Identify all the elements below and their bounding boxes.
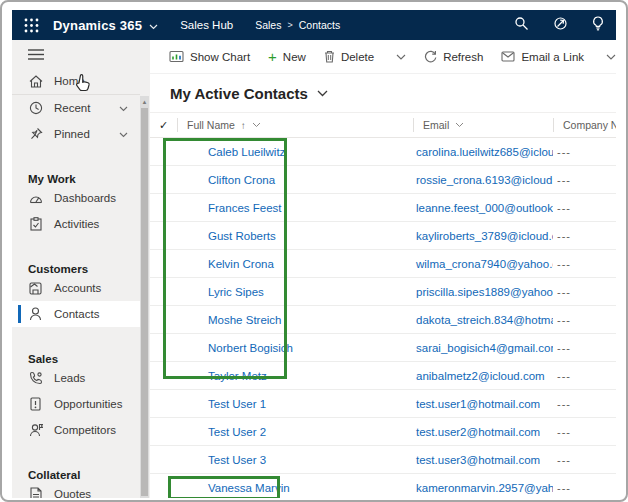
contact-name-link[interactable]: Test User 1 xyxy=(208,398,266,410)
sidebar-scrollbar[interactable]: ▲ xyxy=(140,96,149,498)
more-commands-chevron[interactable] xyxy=(597,44,616,70)
collapse-sitemap-button[interactable] xyxy=(12,40,150,68)
chevron-down-icon[interactable] xyxy=(119,102,128,114)
table-row[interactable]: Test User 2 test.user2@hotmail.com --- xyxy=(150,418,616,446)
contact-name-link[interactable]: Clifton Crona xyxy=(208,174,275,186)
table-row[interactable]: Kelvin Crona wilma_crona7940@yahoo.com -… xyxy=(150,250,616,278)
sidebar-item-leads[interactable]: Leads xyxy=(12,365,140,391)
table-row[interactable]: Frances Feest leanne.feest_000@outlook.c… xyxy=(150,194,616,222)
app-window: Dynamics 365 Sales Hub Sales > Contacts xyxy=(12,10,616,498)
new-button[interactable]: + New xyxy=(259,44,315,70)
contact-name-link[interactable]: Norbert Bogisich xyxy=(208,342,293,354)
scrollbar-up-arrow-icon[interactable]: ▲ xyxy=(140,97,149,107)
view-selector[interactable]: My Active Contacts xyxy=(150,74,616,112)
waffle-menu-icon[interactable] xyxy=(24,18,39,33)
contact-name-link[interactable]: Vanessa Marvin xyxy=(208,482,290,494)
home-icon xyxy=(28,74,43,89)
show-chart-button[interactable]: Show Chart xyxy=(160,44,259,70)
delete-more-chevron[interactable] xyxy=(387,44,415,70)
sidebar-item-pinned[interactable]: Pinned xyxy=(12,121,140,147)
contact-email-link[interactable]: wilma_crona7940@yahoo.com xyxy=(416,258,553,270)
chevron-down-icon xyxy=(317,90,328,97)
column-header-email[interactable]: Email xyxy=(413,118,553,132)
sidebar-item-competitors[interactable]: Competitors xyxy=(12,417,140,443)
main-content: Show Chart + New Delete Refresh xyxy=(150,40,616,498)
sidebar-item-quotes[interactable]: Quotes xyxy=(12,481,140,498)
contact-email-link[interactable]: sarai_bogisich4@gmail.com xyxy=(416,342,553,354)
contact-name-link[interactable]: Lyric Sipes xyxy=(208,286,264,298)
search-icon[interactable] xyxy=(514,16,529,35)
contact-name-link[interactable]: Caleb Lueilwitz xyxy=(208,146,285,158)
sidebar-item-accounts[interactable]: Accounts xyxy=(12,275,140,301)
sidebar-item-label: Accounts xyxy=(54,282,101,294)
table-row[interactable]: Lyric Sipes priscilla.sipes1889@yahoo.co… xyxy=(150,278,616,306)
contact-email-link[interactable]: kameronmarvin.2957@yahoo. xyxy=(416,482,553,494)
sidebar-item-contacts[interactable]: Contacts xyxy=(12,301,140,327)
sidebar-item-activities[interactable]: Activities xyxy=(12,211,140,237)
breadcrumb-page[interactable]: Contacts xyxy=(299,19,340,31)
contact-email-link[interactable]: kayliroberts_3789@icloud.com xyxy=(416,230,553,242)
contact-name-link[interactable]: Kelvin Crona xyxy=(208,258,274,270)
phone-icon xyxy=(28,371,43,386)
email-a-link-button[interactable]: Email a Link xyxy=(492,44,593,70)
sidebar-item-label: Quotes xyxy=(54,488,91,498)
company-name-cell: --- xyxy=(553,146,616,158)
scrollbar-thumb[interactable] xyxy=(141,108,148,496)
contact-email-link[interactable]: test.user2@hotmail.com xyxy=(416,426,540,438)
contact-name-link[interactable]: Gust Roberts xyxy=(208,230,276,242)
sidebar-section-customers: Customers xyxy=(12,251,150,275)
contact-email-link[interactable]: anibalmetz2@icloud.com xyxy=(416,370,545,382)
hub-name[interactable]: Sales Hub xyxy=(180,19,233,31)
contact-email-link[interactable]: rossie_crona.6193@icloud.con xyxy=(416,174,553,186)
company-name-cell: --- xyxy=(553,258,616,270)
table-row[interactable]: Clifton Crona rossie_crona.6193@icloud.c… xyxy=(150,166,616,194)
column-header-company-name[interactable]: Company Name xyxy=(553,118,616,132)
breadcrumb-area[interactable]: Sales xyxy=(255,19,281,31)
table-row[interactable]: Taylor Metz anibalmetz2@icloud.com --- xyxy=(150,362,616,390)
company-name-cell: --- xyxy=(553,314,616,326)
sidebar-section-collateral: Collateral xyxy=(12,457,150,481)
contact-email-link[interactable]: dakota_streich.834@hotmail.c xyxy=(416,314,553,326)
chart-icon xyxy=(169,50,184,63)
column-header-full-name[interactable]: Full Name ↑ xyxy=(178,119,413,131)
refresh-icon xyxy=(424,50,437,63)
company-name-cell: --- xyxy=(553,454,616,466)
contact-email-link[interactable]: priscilla.sipes1889@yahoo.cor xyxy=(416,286,553,298)
contact-name-link[interactable]: Test User 3 xyxy=(208,454,266,466)
sidebar-section-sales: Sales xyxy=(12,341,150,365)
contact-email-link[interactable]: test.user3@hotmail.com xyxy=(416,454,540,466)
trash-icon xyxy=(324,50,335,63)
chevron-down-icon[interactable] xyxy=(149,16,158,34)
sidebar-item-label: Leads xyxy=(54,372,85,384)
person-flag-icon xyxy=(28,423,43,438)
company-name-cell: --- xyxy=(553,202,616,214)
sidebar-item-home[interactable]: Home xyxy=(12,68,140,94)
table-row[interactable]: Test User 1 test.user1@hotmail.com --- xyxy=(150,390,616,418)
refresh-button[interactable]: Refresh xyxy=(415,44,492,70)
contact-email-link[interactable]: carolina.lueilwitz685@icloud.c xyxy=(416,146,553,158)
sort-ascending-icon: ↑ xyxy=(241,120,246,131)
table-row[interactable]: Norbert Bogisich sarai_bogisich4@gmail.c… xyxy=(150,334,616,362)
sidebar-item-dashboards[interactable]: Dashboards xyxy=(12,185,140,211)
contact-name-link[interactable]: Test User 2 xyxy=(208,426,266,438)
select-all-checkmark[interactable]: ✓ xyxy=(150,118,178,132)
sidebar-item-opportunities[interactable]: Opportunities xyxy=(12,391,140,417)
table-row[interactable]: Caleb Lueilwitz carolina.lueilwitz685@ic… xyxy=(150,138,616,166)
chevron-down-icon[interactable] xyxy=(119,128,128,140)
contact-name-link[interactable]: Frances Feest xyxy=(208,202,282,214)
table-row[interactable]: Test User 3 test.user3@hotmail.com --- xyxy=(150,446,616,474)
sidebar-item-recent[interactable]: Recent xyxy=(12,95,140,121)
top-navbar: Dynamics 365 Sales Hub Sales > Contacts xyxy=(12,10,616,40)
table-row[interactable]: Vanessa Marvin kameronmarvin.2957@yahoo.… xyxy=(150,474,616,498)
table-row[interactable]: Moshe Streich dakota_streich.834@hotmail… xyxy=(150,306,616,334)
table-row[interactable]: Gust Roberts kayliroberts_3789@icloud.co… xyxy=(150,222,616,250)
contact-name-link[interactable]: Taylor Metz xyxy=(208,370,267,382)
delete-button[interactable]: Delete xyxy=(315,44,383,70)
lightbulb-icon[interactable] xyxy=(592,16,604,35)
contact-email-link[interactable]: test.user1@hotmail.com xyxy=(416,398,540,410)
compass-icon[interactable] xyxy=(553,16,568,35)
contact-name-link[interactable]: Moshe Streich xyxy=(208,314,282,326)
company-name-cell: --- xyxy=(553,230,616,242)
contact-email-link[interactable]: leanne.feest_000@outlook.cor xyxy=(416,202,553,214)
app-title[interactable]: Dynamics 365 xyxy=(53,18,142,33)
